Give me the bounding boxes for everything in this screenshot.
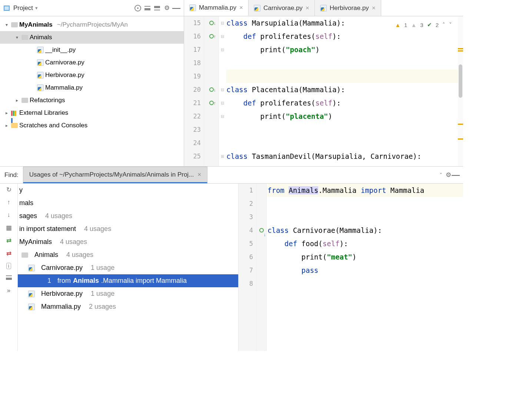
code-content[interactable]: from Animals.Mammalia import Mammaliacla… xyxy=(267,184,463,351)
inspections-widget[interactable]: ▲1 ▲3 ✔2 ˄ ˅ xyxy=(393,21,453,29)
tree-label: Carnivorae.py xyxy=(45,59,84,66)
tree-file[interactable]: __init__.py xyxy=(0,44,184,56)
usage-row[interactable]: mals xyxy=(18,197,238,210)
import-icon[interactable]: ⇄ xyxy=(6,250,11,258)
tree-path: ~/PycharmProjects/MyAn xyxy=(57,21,128,29)
tree-file[interactable]: Carnivorae.py xyxy=(0,56,184,69)
usage-line-selected[interactable]: 1 from Animals.Mammalia import Mammalia xyxy=(18,274,238,287)
project-view-title[interactable]: Project xyxy=(13,4,33,12)
close-icon[interactable]: × xyxy=(306,4,309,12)
find-tab[interactable]: Usages of ~/PycharmProjects/MyAnimals/An… xyxy=(23,167,207,183)
tree-label: Animals xyxy=(30,34,52,41)
error-stripe-mark[interactable] xyxy=(458,50,463,51)
chevron-down-icon[interactable]: ˅ xyxy=(437,171,445,179)
close-icon[interactable]: × xyxy=(372,4,376,12)
hide-icon[interactable]: — xyxy=(452,171,459,179)
next-highlight-icon[interactable]: ˅ xyxy=(449,21,452,28)
next-occurrence-icon[interactable]: ↓ xyxy=(7,211,10,219)
usage-row[interactable]: sages 4 usages xyxy=(18,210,238,222)
tree-label: Mammalia.py xyxy=(45,84,83,91)
folder-icon xyxy=(21,98,28,103)
tree-folder-refactorings[interactable]: ▸Refactorings xyxy=(0,94,184,107)
chevron-right-icon[interactable]: ▸ xyxy=(4,123,10,128)
python-file-icon xyxy=(254,5,260,11)
usages-tree[interactable]: y mals sages 4 usages in import statemen… xyxy=(18,184,239,351)
project-icon xyxy=(4,6,10,11)
close-icon[interactable]: × xyxy=(197,171,201,178)
weak-warning-icon: ▲ xyxy=(411,22,416,28)
tree-scratches[interactable]: ▸Scratches and Consoles xyxy=(0,119,184,132)
editor-area: Mammalia.py× Carnivorae.py× Herbivorae.p… xyxy=(184,0,463,166)
marker-gutter[interactable] xyxy=(204,16,219,166)
project-view-dropdown-icon[interactable]: ▾ xyxy=(35,5,38,11)
expand-all-icon[interactable] xyxy=(144,4,151,12)
python-file-icon xyxy=(28,304,35,310)
weak-warning-count: 3 xyxy=(420,22,423,28)
python-file-icon xyxy=(28,291,35,297)
python-file-icon xyxy=(37,72,44,78)
close-icon[interactable]: × xyxy=(239,4,243,11)
export-icon[interactable]: ⇄ xyxy=(6,237,11,245)
ok-count: 2 xyxy=(436,22,439,28)
python-file-icon xyxy=(28,265,35,271)
error-stripe-mark[interactable] xyxy=(458,124,463,125)
warning-icon: ▲ xyxy=(395,22,400,28)
scrollbar-thumb[interactable] xyxy=(459,64,462,98)
tree-label: __init__.py xyxy=(45,46,76,54)
chevron-right-icon[interactable]: ▸ xyxy=(14,98,20,103)
usage-row[interactable]: in import statement 4 usages xyxy=(18,222,238,235)
error-stripe-mark[interactable] xyxy=(458,48,463,49)
usage-row[interactable]: Animals 4 usages xyxy=(18,248,238,261)
chevron-right-icon[interactable]: ▸ xyxy=(4,110,10,116)
tree-label: External Libraries xyxy=(19,109,68,117)
tree-file[interactable]: Mammalia.py xyxy=(0,81,184,94)
usage-row[interactable]: Carnivorae.py 1 usage xyxy=(18,261,238,274)
project-tree[interactable]: ▾ MyAnimals ~/PycharmProjects/MyAn ▾ Ani… xyxy=(0,16,184,166)
prev-occurrence-icon[interactable]: ↑ xyxy=(7,199,10,206)
more-icon[interactable]: » xyxy=(7,287,10,294)
find-header: Find: Usages of ~/PycharmProjects/MyAnim… xyxy=(0,167,463,184)
usage-row[interactable]: Herbivorae.py 1 usage xyxy=(18,287,238,300)
usage-preview[interactable]: 12345678 from Animals.Mammalia import Ma… xyxy=(239,184,463,351)
info-icon[interactable]: i xyxy=(6,263,11,269)
locate-icon[interactable] xyxy=(134,4,142,12)
chevron-down-icon[interactable]: ▾ xyxy=(14,35,20,40)
find-tab-title: Usages of ~/PycharmProjects/MyAnimals/An… xyxy=(29,171,194,178)
tree-label: Scratches and Consoles xyxy=(19,122,87,129)
group-by-icon[interactable]: ▦ xyxy=(6,224,12,232)
line-number-gutter[interactable]: 12345678 xyxy=(239,184,256,351)
python-file-icon xyxy=(37,47,44,53)
line-number-gutter[interactable]: 1516171819202122232425 xyxy=(184,16,204,166)
project-tool-window: Project ▾ ⚙ — ▾ MyAnimals ~/PycharmProje… xyxy=(0,0,184,166)
tab-mammalia[interactable]: Mammalia.py× xyxy=(184,0,249,16)
tree-folder-animals[interactable]: ▾ Animals xyxy=(0,31,184,44)
project-header: Project ▾ ⚙ — xyxy=(0,0,184,16)
editor-tabs: Mammalia.py× Carnivorae.py× Herbivorae.p… xyxy=(184,0,463,16)
warning-count: 1 xyxy=(404,22,407,28)
error-stripe-mark[interactable] xyxy=(458,138,463,140)
usage-row[interactable]: y xyxy=(18,184,238,197)
rerun-icon[interactable]: ↻ xyxy=(6,186,11,194)
code-editor[interactable]: 1516171819202122232425 ⊟⊟⊟⊟⊟⊟⊞ class Mar… xyxy=(184,16,463,166)
usage-row[interactable]: Mammalia.py 2 usages xyxy=(18,300,238,313)
gear-icon[interactable]: ⚙ xyxy=(445,171,452,179)
code-content[interactable]: class Marsupialia(Mammalia): def prolife… xyxy=(226,16,463,166)
tree-external-libraries[interactable]: ▸External Libraries xyxy=(0,107,184,119)
vertical-scrollbar[interactable] xyxy=(458,16,463,166)
tab-carnivorae[interactable]: Carnivorae.py× xyxy=(249,0,315,16)
usage-row[interactable]: MyAnimals 4 usages xyxy=(18,235,238,248)
gear-icon[interactable]: ⚙ xyxy=(163,4,170,12)
hide-icon[interactable]: — xyxy=(173,4,180,12)
tab-label: Herbivorae.py xyxy=(330,4,369,12)
tree-file[interactable]: Herbivorae.py xyxy=(0,69,184,81)
tab-herbivorae[interactable]: Herbivorae.py× xyxy=(315,0,381,16)
expand-all-icon[interactable] xyxy=(6,274,12,282)
tree-label: Herbivorae.py xyxy=(45,71,84,79)
prev-highlight-icon[interactable]: ˄ xyxy=(442,21,445,28)
collapse-all-icon[interactable] xyxy=(153,4,161,12)
tree-project-root[interactable]: ▾ MyAnimals ~/PycharmProjects/MyAn xyxy=(0,19,184,31)
tab-label: Mammalia.py xyxy=(199,4,236,11)
chevron-down-icon[interactable]: ▾ xyxy=(4,22,10,27)
fold-gutter[interactable]: ⊟⊟⊟⊟⊟⊟⊞ xyxy=(219,16,226,166)
marker-gutter[interactable] xyxy=(256,184,267,351)
